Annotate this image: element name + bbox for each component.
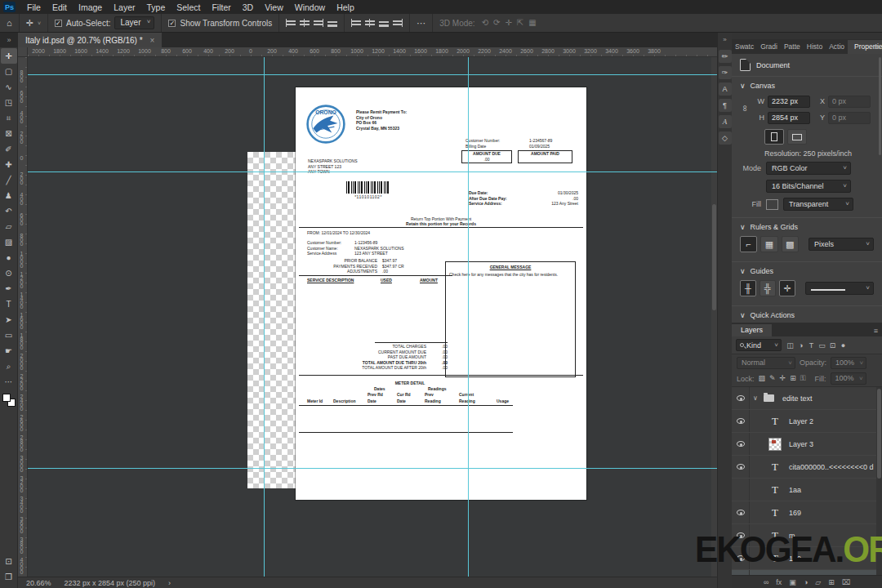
canvas-width-field[interactable]: 2232 px: [768, 96, 810, 108]
layer-thumbnail[interactable]: T: [768, 483, 782, 497]
clear-guides-button[interactable]: ✛: [779, 280, 795, 296]
filter-smart-objects-icon[interactable]: ⊡: [827, 341, 838, 350]
layer-row[interactable]: T cita000000..<<<<<<<<0 d: [732, 456, 882, 479]
layers-tab[interactable]: Layers: [732, 324, 772, 336]
layer-thumbnail[interactable]: T: [768, 461, 782, 474]
menu-item[interactable]: View: [259, 2, 289, 12]
layer-visibility-toggle[interactable]: [732, 501, 750, 523]
bill-document-page[interactable]: ORONO Please Remit Payment To:City of Or…: [296, 87, 586, 500]
lock-position-icon[interactable]: ✛: [780, 374, 786, 383]
gradient-tool[interactable]: ▨: [1, 234, 17, 250]
zoom-level[interactable]: 20.66%: [26, 579, 51, 587]
delete-layer-icon[interactable]: ⌧: [842, 578, 850, 586]
3d-camera-icon[interactable]: ▦: [528, 19, 536, 27]
filter-shape-layers-icon[interactable]: ▭: [817, 341, 827, 350]
pen-tool[interactable]: ✒: [1, 281, 17, 296]
menu-item[interactable]: Filter: [206, 2, 236, 12]
distribute-centers-icon[interactable]: [365, 19, 375, 27]
layer-thumbnail[interactable]: T: [768, 438, 782, 451]
chevron-down-icon[interactable]: ∨: [740, 311, 746, 319]
path-selection-tool[interactable]: ➤: [1, 312, 17, 327]
blur-tool[interactable]: ●: [1, 250, 17, 265]
layer-row[interactable]: T 169: [732, 501, 882, 524]
chevron-down-icon[interactable]: ˅: [38, 20, 41, 26]
more-options-icon[interactable]: ⋯: [416, 19, 425, 28]
adjustment-layer-icon[interactable]: ◑: [804, 578, 808, 586]
layer-visibility-toggle[interactable]: [732, 479, 750, 501]
link-dimensions-icon[interactable]: ∞: [741, 105, 751, 114]
toggle-guides-button[interactable]: ╫: [740, 280, 756, 296]
crop-tool[interactable]: ⌗: [1, 110, 17, 126]
healing-brush-tool[interactable]: ✚: [1, 157, 17, 172]
layer-row[interactable]: T Layer 2: [732, 410, 882, 433]
layer-row[interactable]: T Layer 3: [732, 433, 882, 456]
lock-guides-button[interactable]: ╬: [760, 280, 776, 296]
foreground-color-swatch[interactable]: [2, 394, 11, 402]
align-right-icon[interactable]: [314, 19, 323, 27]
layer-visibility-toggle[interactable]: [732, 387, 750, 409]
menu-item[interactable]: Image: [73, 2, 108, 12]
new-layer-icon[interactable]: ⊞: [828, 578, 835, 586]
layers-menu-icon[interactable]: ≡: [870, 327, 882, 336]
bit-depth-select[interactable]: 16 Bits/Channel: [766, 180, 851, 193]
distribute-left-icon[interactable]: [351, 19, 361, 27]
vertical-ruler[interactable]: 8006004002000200400600800100012001400160…: [18, 57, 28, 577]
horizontal-guide[interactable]: [28, 172, 717, 172]
filter-type-layers-icon[interactable]: T: [806, 341, 817, 350]
3d-slide-icon[interactable]: ⇱: [517, 19, 523, 27]
move-tool[interactable]: ✛: [1, 48, 17, 64]
shape-tool[interactable]: ▭: [1, 327, 17, 343]
fill-select[interactable]: 100%: [831, 372, 866, 385]
panel-menu-icon[interactable]: ≡: [874, 42, 879, 51]
distribute-bottom-icon[interactable]: [379, 20, 389, 27]
layer-name[interactable]: 169: [789, 509, 801, 517]
collapse-toolbar-icon[interactable]: »: [0, 36, 18, 47]
eraser-tool[interactable]: ▱: [1, 219, 17, 234]
layer-visibility-toggle[interactable]: [732, 456, 750, 478]
rectangular-marquee-tool[interactable]: ▢: [1, 64, 17, 79]
chevron-down-icon[interactable]: ∨: [740, 82, 746, 90]
layer-thumbnail[interactable]: T: [768, 415, 782, 428]
status-menu-arrow[interactable]: ›: [168, 579, 171, 587]
filter-pixel-layers-icon[interactable]: ◫: [785, 341, 795, 350]
layer-visibility-toggle[interactable]: [732, 433, 750, 455]
layer-filter-kind-select[interactable]: Kind: [736, 339, 782, 351]
layer-name[interactable]: cita000000..<<<<<<<<0 d: [789, 463, 874, 471]
fill-select[interactable]: Transparent: [783, 198, 853, 211]
lasso-tool[interactable]: ∿: [1, 79, 17, 95]
lock-transparent-icon[interactable]: ▨: [759, 374, 766, 383]
paragraph-panel-icon[interactable]: ¶: [719, 99, 732, 112]
layer-effects-icon[interactable]: fx: [776, 578, 782, 586]
layer-thumbnail[interactable]: T: [761, 394, 776, 402]
zoom-tool[interactable]: ⌕: [1, 359, 17, 374]
distribute-right-icon[interactable]: [393, 19, 403, 27]
object-selection-tool[interactable]: ◳: [1, 95, 17, 110]
layer-visibility-toggle[interactable]: [732, 410, 750, 432]
filter-adjustment-layers-icon[interactable]: ◑: [795, 341, 806, 350]
dodge-tool[interactable]: ⊙: [1, 265, 17, 281]
menu-item[interactable]: Layer: [108, 2, 140, 12]
3d-roll-icon[interactable]: ⟳: [493, 19, 500, 27]
vertical-scrollbar[interactable]: [711, 57, 717, 577]
panel-tab[interactable]: Patte: [781, 40, 804, 54]
3d-pan-icon[interactable]: ✛: [505, 19, 511, 27]
menu-item[interactable]: Help: [331, 2, 360, 12]
expand-panels-icon[interactable]: »: [723, 36, 726, 43]
layer-mask-icon[interactable]: ▣: [789, 578, 796, 586]
align-bottom-icon[interactable]: [327, 20, 337, 27]
clone-stamp-tool[interactable]: ♟: [1, 188, 17, 203]
brushes-panel-icon[interactable]: ✑: [719, 66, 732, 79]
group-expand-caret[interactable]: ∨: [750, 394, 761, 402]
chevron-down-icon[interactable]: ∨: [740, 267, 746, 275]
fill-swatch[interactable]: [766, 199, 778, 210]
horizontal-guide[interactable]: [28, 468, 717, 469]
layer-thumbnail[interactable]: T: [768, 506, 782, 519]
menu-item[interactable]: Edit: [47, 2, 73, 12]
lock-all-icon[interactable]: ⚿: [800, 374, 806, 383]
lock-artboard-icon[interactable]: ⊞: [790, 374, 796, 383]
chevron-down-icon[interactable]: ∨: [740, 223, 746, 231]
frame-tool[interactable]: ⊠: [1, 126, 17, 141]
layer-name[interactable]: Layer 2: [789, 417, 813, 425]
vertical-guide[interactable]: [468, 57, 469, 577]
glyphs-panel-icon[interactable]: A: [719, 115, 732, 128]
